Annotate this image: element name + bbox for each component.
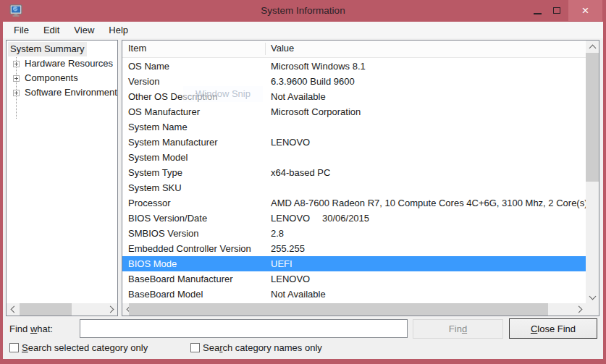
find-input[interactable] — [80, 319, 408, 338]
checkbox-label: Search selected category only — [22, 342, 148, 353]
maximize-button[interactable] — [547, 0, 566, 21]
tree-item[interactable]: System Summary — [7, 42, 117, 56]
window-snip-ghost-overlay: Window Snip — [183, 86, 263, 102]
scroll-right-button[interactable] — [105, 303, 117, 316]
tree-item-label: Components — [22, 71, 80, 85]
value-cell-secondary: 30/06/2015 — [322, 211, 369, 226]
item-cell: Version — [128, 74, 159, 89]
table-row[interactable]: BIOS ModeUEFI — [122, 256, 586, 271]
item-cell: OS Manufacturer — [128, 104, 200, 119]
tree-view: System SummaryHardware ResourcesComponen… — [7, 41, 117, 301]
value-cell: 255.255 — [271, 241, 305, 256]
system-information-window: System Information × File Edit View Help… — [0, 0, 606, 364]
value-cell: Microsoft Windows 8.1 — [271, 59, 366, 74]
table-horizontal-scrollbar[interactable] — [122, 303, 586, 316]
column-header-item[interactable]: Item — [128, 43, 146, 54]
tree-item-label: System Summary — [8, 42, 87, 56]
table-row[interactable]: System Name — [122, 119, 586, 135]
scroll-down-button[interactable] — [586, 291, 599, 303]
item-cell: System Name — [128, 119, 188, 135]
close-button[interactable]: × — [568, 0, 602, 21]
find-button[interactable]: Find — [413, 319, 503, 339]
menu-bar: File Edit View Help — [3, 22, 603, 38]
table-row[interactable]: Embedded Controller Version255.255 — [122, 241, 586, 256]
column-separator[interactable] — [265, 43, 266, 55]
maximize-icon — [553, 7, 560, 14]
scroll-right-button[interactable] — [573, 303, 586, 316]
table-row[interactable]: BaseBoard ManufacturerLENOVO — [122, 271, 586, 287]
scroll-up-button[interactable] — [586, 41, 599, 53]
table-row[interactable]: System Typex64-based PC — [122, 165, 586, 180]
expand-plus-icon[interactable] — [13, 61, 20, 67]
search-selected-category-checkbox[interactable]: Search selected category only — [9, 342, 148, 353]
item-cell: SMBIOS Version — [128, 226, 199, 241]
item-cell: Processor — [128, 195, 171, 211]
menu-view[interactable]: View — [67, 22, 101, 38]
window-title: System Information — [0, 0, 606, 22]
table-row[interactable]: System Model — [122, 150, 586, 165]
scrollbar-thumb[interactable] — [20, 303, 72, 316]
value-cell: UEFI — [271, 256, 293, 271]
table-header: Item Value — [122, 41, 586, 58]
scroll-left-button[interactable] — [7, 303, 19, 316]
value-cell: LENOVO — [271, 211, 310, 226]
menu-edit[interactable]: Edit — [36, 22, 67, 38]
checkbox-icon[interactable] — [9, 343, 19, 352]
search-category-names-checkbox[interactable]: Search category names only — [190, 342, 322, 353]
item-cell: BaseBoard Model — [128, 287, 203, 302]
item-cell: BIOS Mode — [128, 256, 177, 271]
checkbox-label: Search category names only — [203, 342, 322, 353]
tree-item[interactable]: Software Environment — [7, 85, 117, 100]
tree-item[interactable]: Hardware Resources — [7, 56, 117, 71]
item-cell: System SKU — [128, 180, 182, 195]
chevron-right-icon — [575, 306, 582, 313]
chevron-up-icon — [589, 44, 596, 51]
close-find-button[interactable]: Close Find — [509, 318, 597, 339]
item-cell: OS Name — [128, 59, 169, 74]
category-tree-pane: System SummaryHardware ResourcesComponen… — [6, 40, 118, 316]
item-cell: Embedded Controller Version — [128, 241, 251, 256]
table-row[interactable]: ProcessorAMD A8-7600 Radeon R7, 10 Compu… — [122, 195, 586, 211]
value-cell: AMD A8-7600 Radeon R7, 10 Compute Cores … — [271, 195, 586, 211]
value-cell: Microsoft Corporation — [271, 104, 361, 119]
expand-plus-icon[interactable] — [13, 75, 20, 82]
scrollbar-thumb[interactable] — [586, 53, 599, 182]
table-row[interactable]: OS ManufacturerMicrosoft Corporation — [122, 104, 586, 119]
table-row[interactable]: System SKU — [122, 180, 586, 195]
titlebar[interactable]: System Information × — [0, 0, 606, 22]
menu-file[interactable]: File — [7, 22, 36, 38]
checkbox-icon[interactable] — [190, 343, 200, 352]
scrollbar-thumb[interactable] — [129, 303, 548, 316]
expand-plus-icon[interactable] — [13, 90, 20, 96]
value-cell: 2.8 — [271, 226, 284, 241]
chevron-down-icon — [589, 292, 596, 300]
value-cell: LENOVO — [271, 135, 310, 150]
tree-horizontal-scrollbar[interactable] — [7, 303, 117, 316]
item-cell: BIOS Version/Date — [128, 211, 207, 226]
item-cell: BaseBoard Manufacturer — [128, 271, 233, 287]
tree-item-label: Software Environment — [22, 85, 117, 100]
find-what-label: Find what: — [9, 323, 53, 334]
close-icon: × — [582, 4, 589, 18]
details-table-pane: Item Value OS NameMicrosoft Windows 8.1V… — [122, 40, 599, 316]
menu-help[interactable]: Help — [101, 22, 135, 38]
table-row[interactable]: BIOS Version/DateLENOVO30/06/2015 — [122, 211, 586, 226]
minimize-icon — [534, 13, 542, 14]
scrollbar-corner — [586, 303, 599, 316]
value-cell: Not Available — [271, 89, 326, 104]
chevron-left-icon — [10, 306, 17, 313]
table-row[interactable]: System ManufacturerLENOVO — [122, 135, 586, 150]
table-vertical-scrollbar[interactable] — [586, 41, 599, 303]
table-row[interactable]: BaseBoard ModelNot Available — [122, 287, 586, 302]
table-row[interactable]: SMBIOS Version2.8 — [122, 226, 586, 241]
column-header-value[interactable]: Value — [271, 43, 294, 54]
table-row[interactable]: OS NameMicrosoft Windows 8.1 — [122, 59, 586, 74]
tree-item[interactable]: Components — [7, 71, 117, 85]
item-cell: System Manufacturer — [128, 135, 218, 150]
value-cell: Not Available — [271, 287, 326, 302]
chevron-right-icon — [106, 306, 114, 313]
item-cell: System Model — [128, 150, 188, 165]
item-cell: System Type — [128, 165, 182, 180]
minimize-button[interactable] — [528, 0, 547, 21]
tree-item-label: Hardware Resources — [22, 56, 115, 71]
